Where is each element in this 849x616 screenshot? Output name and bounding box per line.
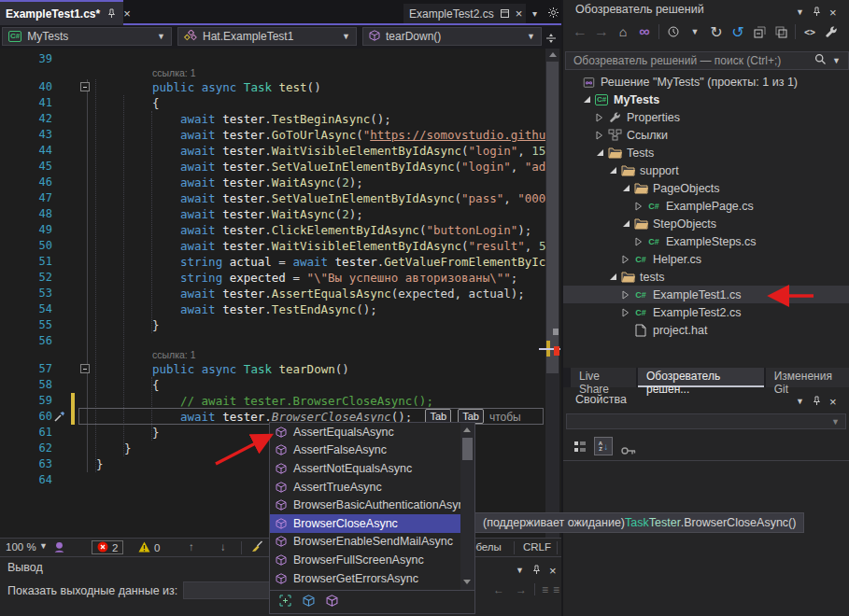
glyph-margin[interactable] [52,270,96,286]
pending-changes-filter-icon[interactable] [666,24,681,39]
close-icon[interactable]: × [516,7,523,20]
glyph-margin[interactable] [52,51,96,67]
tree-item--[interactable]: Ссылки [563,126,849,144]
prev-issue-icon[interactable]: ↑ [189,541,194,553]
method-filter-icon[interactable] [326,594,338,610]
code-cleanup-broom-icon[interactable] [250,540,263,554]
intellicode-icon[interactable] [52,540,66,556]
expander-open-icon[interactable] [580,95,593,104]
glyph-margin[interactable] [52,175,96,190]
solution-search-box[interactable]: Обозреватель решений — поиск (Ctrl+;) ▼ [565,51,849,70]
show-all-files-icon[interactable] [773,24,788,39]
pin-icon[interactable] [106,7,117,20]
expander-filter-icon[interactable] [279,594,291,610]
snippet-filter-icon[interactable] [303,594,315,610]
completion-item-browserenablesendmailasync[interactable]: BrowserEnableSendMailAsync [270,533,460,552]
glyph-margin[interactable] [52,472,96,488]
fold-collapse-icon[interactable] [80,82,90,91]
error-indicator[interactable]: 2 [92,540,123,554]
glyph-margin[interactable] [52,425,96,441]
completion-item-browsercloseasync[interactable]: BrowserCloseAsync [270,514,460,533]
property-pages-key-icon[interactable] [621,442,636,459]
code-line-59[interactable]: 59// await tester.BrowserCloseAsync(); [0,393,545,409]
code-line-57[interactable]: 57public async Task tearDown() [0,361,545,377]
prev-message-icon[interactable]: ← [493,583,504,596]
scrollbar-up-arrow-icon[interactable] [549,52,557,57]
code-line-56[interactable]: 56 [0,333,545,349]
expander-closed-icon[interactable] [619,255,632,264]
code-line-48[interactable]: 48await tester.WaitAsync(2); [0,206,545,222]
tab-exampletest2[interactable]: ExampleTest2.cs × [403,4,526,23]
expander-open-icon[interactable] [606,166,619,175]
categorized-view-icon[interactable] [573,440,587,456]
tree-item-project.hat[interactable]: project.hat [563,321,849,339]
glyph-margin[interactable] [52,441,96,456]
refresh-icon[interactable]: ↻ [709,24,724,39]
close-icon[interactable]: × [549,565,557,577]
code-line-50[interactable]: 50await tester.WaitVisibleElementByIdAsy… [0,238,545,254]
scrollbar-up-arrow-icon[interactable] [463,427,471,432]
glyph-margin[interactable] [52,254,96,270]
tree-item-examplepage.cs[interactable]: C#ExamplePage.cs [563,197,849,215]
keep-open-icon[interactable] [500,7,510,20]
code-line-52[interactable]: 52string expected = "\"Вы успешно автори… [0,270,545,286]
expander-open-icon[interactable] [619,219,632,228]
fold-collapse-icon[interactable] [80,364,90,373]
completion-item-assertequalsasync[interactable]: AssertEqualsAsync [270,423,460,441]
alphabetical-sort-icon[interactable]: AZ↓ [594,437,613,455]
chevron-down-icon[interactable]: ▼ [39,541,48,551]
code-line-45[interactable]: 45await tester.SetValueInElementByIdAsyn… [0,159,545,175]
next-issue-icon[interactable]: ↓ [220,541,226,553]
scrollbar-down-arrow-icon[interactable] [463,580,471,584]
code-line-53[interactable]: 53await tester.AssertEqualsAsync(expecte… [0,286,545,301]
completion-item-browserbasicauthenticationasync[interactable]: BrowserBasicAuthenticationAsync [270,496,460,514]
collapse-all-icon[interactable] [752,24,767,39]
codelens-references[interactable]: ссылка: 1 [0,67,545,79]
expander-closed-icon[interactable] [593,113,606,122]
line-ending-indicator[interactable]: CRLF [523,541,551,553]
warning-indicator[interactable]: 0 [138,540,160,554]
chevron-down-icon[interactable]: ▼ [687,24,702,39]
completion-item-browserfullscreenasync[interactable]: BrowserFullScreenAsync [270,551,460,569]
glyph-margin[interactable] [52,190,96,206]
search-icon[interactable] [814,52,827,69]
tab-exampletest1[interactable]: ExampleTest1.cs* × [0,0,123,25]
close-icon[interactable]: × [123,7,131,20]
glyph-margin[interactable] [52,393,96,409]
glyph-margin[interactable] [52,409,96,425]
glyph-margin[interactable] [52,238,96,254]
chevron-down-icon[interactable]: ▼ [796,397,804,406]
back-icon[interactable]: ← [573,24,587,39]
member-dropdown[interactable]: tearDown() ▼ [362,27,542,46]
glyph-margin[interactable] [52,95,96,111]
code-line-46[interactable]: 46await tester.WaitAsync(2); [0,175,545,190]
scrollbar-thumb[interactable] [462,438,473,460]
scrollbar-thumb[interactable] [546,62,559,373]
sync-refresh-icon[interactable]: ↺ [730,24,745,39]
glyph-margin[interactable] [52,206,96,222]
tree-item-support[interactable]: support [563,161,849,179]
glyph-margin[interactable] [52,333,96,349]
close-icon[interactable]: × [829,7,837,19]
chevron-down-icon[interactable]: ▼ [516,566,524,575]
code-line-47[interactable]: 47await tester.SetValueInElementByIdAsyn… [0,190,545,206]
code-line-43[interactable]: 43await tester.GoToUrlAsync("https://som… [0,127,545,143]
glyph-margin[interactable] [52,111,96,127]
properties-wrench-icon[interactable] [824,24,839,39]
completion-item-assertnotequalsasync[interactable]: AssertNotEqualsAsync [270,459,460,478]
popup-scrollbar[interactable] [460,423,474,590]
glyph-margin[interactable] [52,377,96,393]
home-icon[interactable]: ⌂ [616,24,630,39]
glyph-margin[interactable] [52,79,96,95]
glyph-margin[interactable] [52,159,96,175]
pin-icon[interactable] [812,393,822,410]
expander-closed-icon[interactable] [593,131,606,140]
tab-live-share[interactable]: Live Share [571,368,636,387]
expander-open-icon[interactable] [593,148,606,157]
view-code-icon[interactable]: <> [802,24,817,39]
tab-solution-explorer[interactable]: Обозреватель решен... [638,368,764,387]
tree-item-exampletest2.cs[interactable]: C#ExampleTest2.cs [563,303,849,321]
completion-item-asserttrueasync[interactable]: AssertTrueAsync [270,478,460,497]
chevron-down-icon[interactable]: ▼ [796,7,804,17]
tree-item-stepobjects[interactable]: StepObjects [563,215,849,232]
